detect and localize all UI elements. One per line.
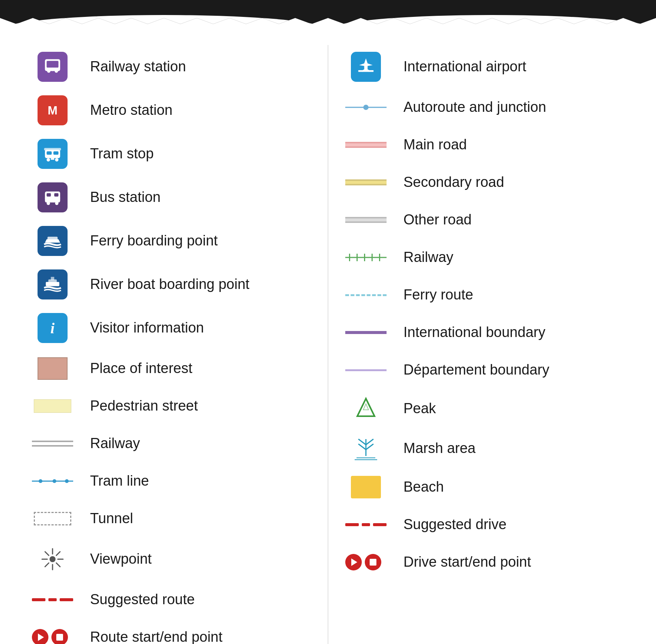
river-boat-svg bbox=[42, 274, 63, 295]
tram-dot-3 bbox=[65, 479, 69, 483]
suggested-route-label: Suggested route bbox=[90, 590, 195, 609]
river-boat-icon bbox=[38, 269, 68, 299]
visitor-info-icon: i bbox=[38, 313, 68, 343]
railway-right-label: Railway bbox=[403, 248, 453, 266]
other-road-icon bbox=[345, 215, 387, 224]
wave-right bbox=[328, 0, 656, 30]
tram-stop-icon-container bbox=[30, 139, 75, 169]
bus-station-icon-container bbox=[30, 182, 75, 212]
main-content: Railway station M Metro station bbox=[0, 30, 656, 644]
column-divider bbox=[328, 45, 328, 644]
other-road-bottom bbox=[345, 221, 387, 223]
pedestrian-street-icon-container bbox=[30, 399, 75, 413]
svg-line-30 bbox=[45, 552, 49, 555]
legend-item-tunnel: Tunnel bbox=[23, 500, 320, 537]
route-start-end-icon bbox=[32, 629, 73, 644]
other-road-label: Other road bbox=[403, 211, 472, 229]
railway-left-icon bbox=[32, 439, 73, 448]
svg-rect-20 bbox=[48, 237, 58, 240]
peak-label: Peak bbox=[403, 399, 436, 418]
metro-station-icon-container: M bbox=[30, 95, 75, 125]
visitor-info-icon-container: i bbox=[30, 313, 75, 343]
secondary-road-bottom bbox=[345, 184, 387, 185]
intl-boundary-icon-container bbox=[343, 331, 388, 334]
secondary-road-fill bbox=[345, 181, 387, 184]
legend-item-visitor-info: i Visitor information bbox=[23, 306, 320, 350]
suggested-drive-label: Suggested drive bbox=[403, 515, 507, 534]
railway-rail bbox=[345, 257, 387, 258]
legend-item-railway-station: Railway station bbox=[23, 45, 320, 89]
svg-line-31 bbox=[56, 563, 60, 567]
ferry-boarding-icon bbox=[38, 226, 68, 256]
airport-icon bbox=[351, 52, 381, 82]
drive-start-end-icon-container bbox=[343, 554, 388, 570]
dept-boundary-label: Département boundary bbox=[403, 361, 549, 379]
bus-svg bbox=[42, 187, 63, 208]
tunnel-icon bbox=[34, 512, 71, 525]
railway-left-icon-container bbox=[30, 439, 75, 448]
svg-rect-15 bbox=[47, 193, 51, 197]
legend-item-pedestrian-street: Pedestrian street bbox=[23, 387, 320, 425]
suggested-route-icon bbox=[32, 598, 73, 601]
intl-boundary-label: International boundary bbox=[403, 323, 545, 342]
place-of-interest-icon-container bbox=[30, 357, 75, 380]
legend-item-peak: Peak bbox=[336, 389, 633, 429]
marsh-label: Marsh area bbox=[403, 439, 475, 457]
legend-item-tram-stop: Tram stop bbox=[23, 132, 320, 176]
secondary-road-icon-container bbox=[343, 178, 388, 187]
legend-item-river-boat: River boat boarding point bbox=[23, 263, 320, 306]
beach-icon-container bbox=[343, 476, 388, 498]
svg-rect-23 bbox=[51, 277, 54, 280]
drive-dash-1 bbox=[345, 523, 359, 526]
suggested-route-icon-container bbox=[30, 598, 75, 601]
viewpoint-icon-container bbox=[30, 544, 75, 574]
dept-boundary-icon-container bbox=[343, 369, 388, 371]
other-road-fill bbox=[345, 218, 387, 221]
wave-left bbox=[0, 0, 328, 30]
legend-item-beach: Beach bbox=[336, 468, 633, 506]
legend-item-dept-boundary: Département boundary bbox=[336, 351, 633, 389]
route-dash-2 bbox=[48, 598, 56, 601]
svg-rect-8 bbox=[47, 151, 52, 155]
drive-dash-3 bbox=[373, 523, 387, 526]
tunnel-icon-container bbox=[30, 512, 75, 525]
svg-point-11 bbox=[55, 158, 59, 161]
svg-point-3 bbox=[55, 69, 58, 73]
svg-rect-9 bbox=[53, 151, 59, 155]
route-start-end-icon-container bbox=[30, 629, 75, 644]
railway-right-icon-container bbox=[343, 253, 388, 262]
legend-item-metro-station: M Metro station bbox=[23, 89, 320, 132]
railway-right-icon bbox=[345, 253, 387, 262]
visitor-info-label: Visitor information bbox=[90, 319, 204, 337]
top-decoration bbox=[0, 0, 656, 30]
railway-station-label: Railway station bbox=[90, 57, 186, 76]
pedestrian-street-icon bbox=[34, 399, 71, 413]
tram-dot-2 bbox=[53, 479, 56, 483]
ferry-route-label: Ferry route bbox=[403, 286, 473, 304]
legend-item-secondary-road: Secondary road bbox=[336, 164, 633, 201]
beach-label: Beach bbox=[403, 478, 444, 496]
beach-icon bbox=[351, 476, 381, 498]
drive-dash-2 bbox=[362, 523, 370, 526]
legend-item-place-of-interest: Place of interest bbox=[23, 350, 320, 387]
tram-stop-label: Tram stop bbox=[90, 144, 154, 163]
tie-5 bbox=[379, 254, 380, 261]
legend-item-tram-line: Tram line bbox=[23, 462, 320, 500]
legend-item-marsh: Marsh area bbox=[336, 429, 633, 468]
svg-text:M: M bbox=[48, 104, 57, 117]
dept-boundary-icon bbox=[345, 369, 387, 371]
tie-4 bbox=[372, 254, 373, 261]
legend-item-intl-airport: International airport bbox=[336, 45, 633, 89]
railway-left-label: Railway bbox=[90, 434, 140, 453]
right-column: International airport Autoroute and junc… bbox=[336, 45, 633, 644]
drive-play-icon bbox=[345, 554, 362, 570]
ferry-boarding-icon-container bbox=[30, 226, 75, 256]
route-start-end-label: Route start/end point bbox=[90, 628, 223, 644]
ferry-route-icon bbox=[345, 294, 387, 296]
svg-line-40 bbox=[366, 444, 373, 450]
railway-svg bbox=[42, 57, 63, 77]
svg-point-25 bbox=[50, 556, 56, 562]
drive-start-end-icon bbox=[345, 554, 387, 570]
autoroute-icon bbox=[345, 103, 387, 112]
legend-item-railway-right: Railway bbox=[336, 239, 633, 276]
